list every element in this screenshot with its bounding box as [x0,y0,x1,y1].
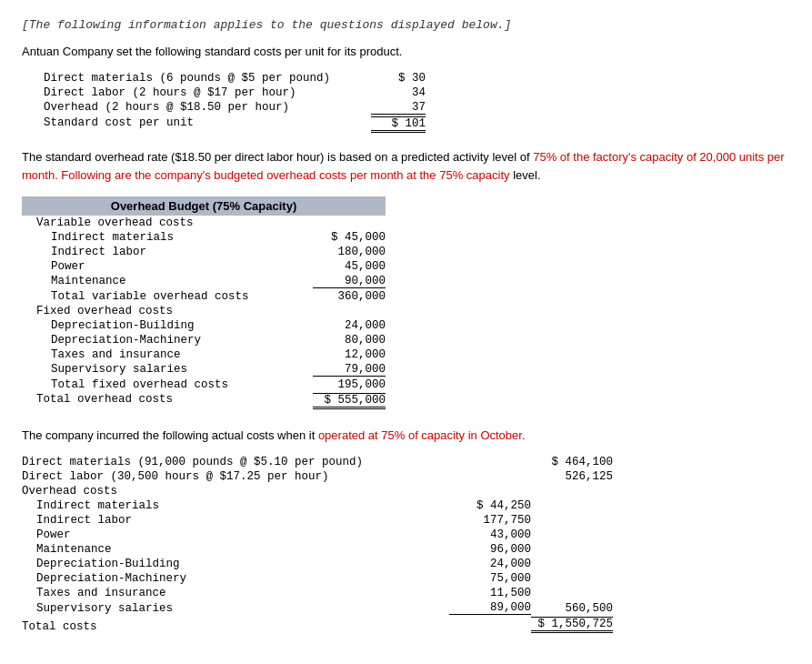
fixed-overhead-label: Fixed overhead costs [22,305,313,317]
actual-costs-section: Direct materials (91,000 pounds @ $5.10 … [22,455,613,634]
std-label-total: Standard cost per unit [44,116,371,133]
actual-ind-materials-col1: $ 44,250 [449,499,531,512]
actual-intro-para: The company incurred the following actua… [22,428,790,442]
std-label-overhead: Overhead (2 hours @ $18.50 per hour) [44,101,371,115]
depr-machinery-val: 80,000 [313,334,386,347]
actual-labor-col2: 526,125 [531,470,613,483]
indirect-materials-val: $ 45,000 [313,231,386,244]
actual-total-row: Total costs $ 1,550,725 [22,616,613,634]
total-fixed-val: 195,000 [313,378,386,391]
fixed-overhead-title: Fixed overhead costs [22,304,386,318]
intro-para: Antuan Company set the following standar… [22,45,790,58]
std-row-labor: Direct labor (2 hours @ $17 per hour) 34 [44,86,426,100]
actual-materials-row: Direct materials (91,000 pounds @ $5.10 … [22,455,613,469]
power-val: 45,000 [313,260,386,273]
actual-ind-labor-label: Indirect labor [22,514,449,527]
taxes-row: Taxes and insurance 12,000 [22,347,386,362]
power-row: Power 45,000 [22,259,386,274]
supervisory-val: 79,000 [313,363,386,377]
actual-supervisory-col1: 89,000 [449,601,531,615]
indirect-labor-label: Indirect labor [22,246,313,258]
actual-taxes-label: Taxes and insurance [22,587,449,599]
supervisory-row: Supervisory salaries 79,000 [22,362,386,377]
overhead-budget-section: Overhead Budget (75% Capacity) Variable … [22,196,386,410]
depr-machinery-row: Depreciation-Machinery 80,000 [22,333,386,347]
maintenance-row: Maintenance 90,000 [22,274,386,289]
std-val-materials: $ 30 [371,72,426,85]
indirect-materials-label: Indirect materials [22,231,313,244]
total-variable-row: Total variable overhead costs 360,000 [22,289,386,304]
actual-table: Direct materials (91,000 pounds @ $5.10 … [22,455,613,634]
standard-costs-table: Direct materials (6 pounds @ $5 per poun… [44,71,426,134]
fixed-overhead-val [313,305,386,317]
actual-power-col1: 43,000 [449,528,531,541]
actual-maintenance-col1: 96,000 [449,543,531,556]
actual-supervisory-row: Supervisory salaries 89,000 560,500 [22,600,613,616]
actual-power-label: Power [22,528,449,541]
actual-ind-labor-col1: 177,750 [449,514,531,527]
std-label-materials: Direct materials (6 pounds @ $5 per poun… [44,72,371,85]
actual-depr-building-col1: 24,000 [449,558,531,570]
std-row-total: Standard cost per unit $ 101 [44,116,426,134]
power-label: Power [22,260,313,273]
desc-text-1: The standard overhead rate ($18.50 per d… [22,150,533,164]
desc-text-2: level. [510,168,541,182]
std-val-labor: 34 [371,86,426,99]
total-fixed-row: Total fixed overhead costs 195,000 [22,377,386,392]
actual-depr-machinery-label: Depreciation-Machinery [22,572,449,585]
budget-table: Variable overhead costs Indirect materia… [22,216,386,410]
actual-ind-materials-label: Indirect materials [22,499,449,512]
actual-maintenance-row: Maintenance 96,000 [22,542,613,557]
variable-overhead-title: Variable overhead costs [22,216,386,230]
actual-ind-labor-row: Indirect labor 177,750 [22,513,613,528]
actual-text-1: The company incurred the following actua… [22,428,318,442]
depr-building-row: Depreciation-Building 24,000 [22,318,386,333]
actual-overhead-title-label: Overhead costs [22,485,449,498]
depr-building-val: 24,000 [313,319,386,332]
total-overhead-label: Total overhead costs [22,393,313,409]
indirect-labor-row: Indirect labor 180,000 [22,245,386,259]
std-val-total: $ 101 [371,116,426,133]
actual-highlight: operated at 75% of capacity in October. [318,428,526,442]
taxes-val: 12,000 [313,348,386,361]
actual-depr-building-row: Depreciation-Building 24,000 [22,557,613,571]
actual-total-label: Total costs [22,620,449,633]
total-fixed-label: Total fixed overhead costs [22,378,313,391]
actual-depr-building-label: Depreciation-Building [22,558,449,570]
std-label-labor: Direct labor (2 hours @ $17 per hour) [44,86,371,99]
supervisory-label: Supervisory salaries [22,363,313,377]
actual-total-col2: $ 1,550,725 [531,617,613,633]
maintenance-val: 90,000 [313,275,386,288]
budget-header: Overhead Budget (75% Capacity) [22,196,386,216]
std-row-overhead: Overhead (2 hours @ $18.50 per hour) 37 [44,100,426,116]
actual-ind-materials-row: Indirect materials $ 44,250 [22,498,613,513]
depr-building-label: Depreciation-Building [22,319,313,332]
actual-supervisory-col2: 560,500 [531,602,613,615]
actual-labor-label: Direct labor (30,500 hours @ $17.25 per … [22,470,449,483]
depr-machinery-label: Depreciation-Machinery [22,334,313,347]
actual-power-row: Power 43,000 [22,528,613,542]
std-val-overhead: 37 [371,101,426,115]
indirect-materials-row: Indirect materials $ 45,000 [22,230,386,245]
total-overhead-row: Total overhead costs $ 555,000 [22,392,386,410]
actual-maintenance-label: Maintenance [22,543,449,556]
variable-overhead-val [313,216,386,229]
indirect-labor-val: 180,000 [313,246,386,258]
description-para: The standard overhead rate ($18.50 per d… [22,148,790,184]
actual-labor-row: Direct labor (30,500 hours @ $17.25 per … [22,469,613,484]
taxes-label: Taxes and insurance [22,348,313,361]
actual-taxes-col1: 11,500 [449,587,531,599]
variable-overhead-label: Variable overhead costs [22,216,313,229]
total-variable-val: 360,000 [313,290,386,303]
actual-materials-col2: $ 464,100 [531,456,613,468]
actual-supervisory-label: Supervisory salaries [22,602,449,615]
actual-materials-label: Direct materials (91,000 pounds @ $5.10 … [22,456,449,468]
actual-depr-machinery-row: Depreciation-Machinery 75,000 [22,571,613,586]
actual-depr-machinery-col1: 75,000 [449,572,531,585]
total-overhead-val: $ 555,000 [313,393,386,409]
intro-note: [The following information applies to th… [22,18,790,32]
total-variable-label: Total variable overhead costs [22,290,313,303]
std-row-materials: Direct materials (6 pounds @ $5 per poun… [44,71,426,86]
actual-taxes-row: Taxes and insurance 11,500 [22,586,613,600]
actual-overhead-title-row: Overhead costs [22,484,613,498]
